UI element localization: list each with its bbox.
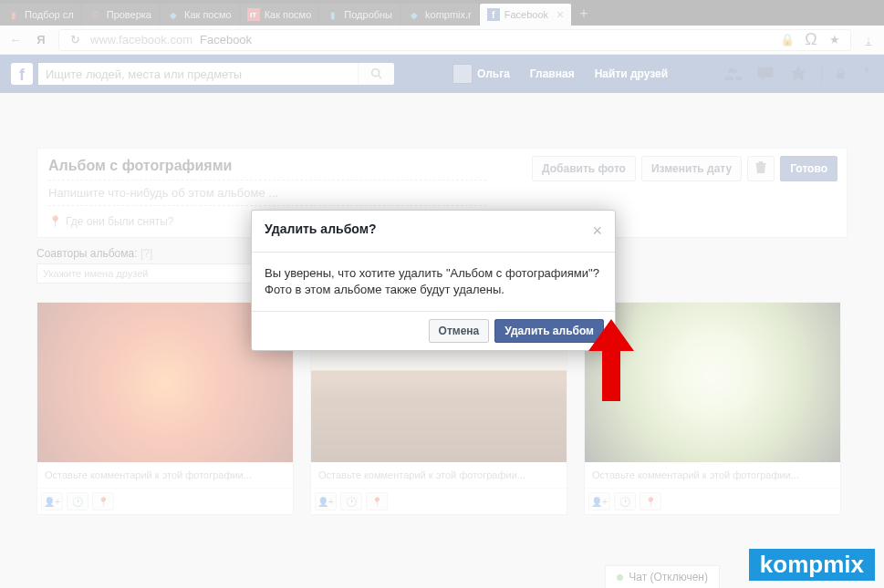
modal-header: Удалить альбом? × [252, 211, 615, 253]
annotation-arrow [584, 319, 639, 401]
modal-footer: Отмена Удалить альбом [252, 311, 615, 350]
delete-album-modal: Удалить альбом? × Вы уверены, что хотите… [251, 210, 616, 351]
modal-title: Удалить альбом? [265, 222, 377, 241]
modal-close-button[interactable]: × [592, 222, 602, 241]
modal-body: Вы уверены, что хотите удалить "Альбом с… [252, 253, 615, 311]
watermark: kompmix [749, 549, 875, 581]
cancel-button[interactable]: Отмена [429, 319, 490, 343]
